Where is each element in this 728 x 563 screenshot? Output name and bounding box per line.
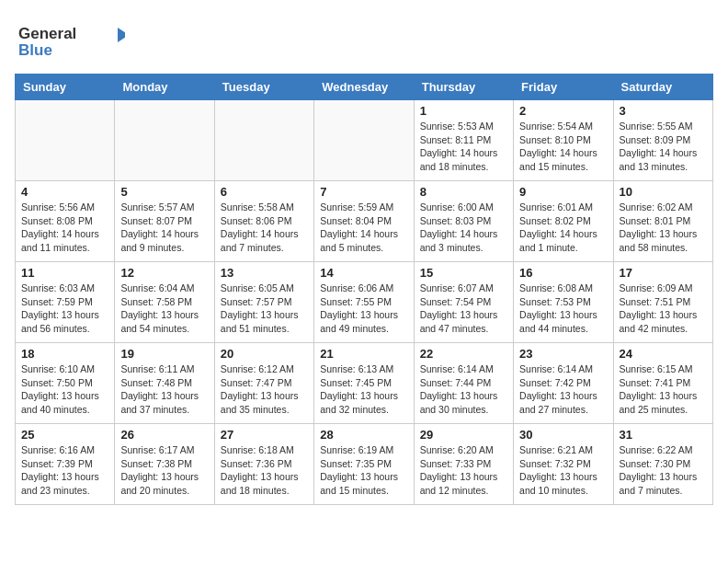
- calendar-cell: 19Sunrise: 6:11 AM Sunset: 7:48 PM Dayli…: [115, 343, 214, 424]
- day-info: Sunrise: 6:13 AM Sunset: 7:45 PM Dayligh…: [320, 362, 407, 417]
- day-info: Sunrise: 6:15 AM Sunset: 7:41 PM Dayligh…: [620, 362, 707, 417]
- calendar-cell: 16Sunrise: 6:08 AM Sunset: 7:53 PM Dayli…: [514, 262, 613, 343]
- calendar-week-4: 18Sunrise: 6:10 AM Sunset: 7:50 PM Dayli…: [16, 343, 713, 424]
- day-number: 14: [320, 266, 407, 280]
- day-info: Sunrise: 6:14 AM Sunset: 7:42 PM Dayligh…: [519, 362, 607, 417]
- day-info: Sunrise: 6:03 AM Sunset: 7:59 PM Dayligh…: [21, 282, 108, 336]
- calendar-cell: 12Sunrise: 6:04 AM Sunset: 7:58 PM Dayli…: [115, 262, 214, 343]
- calendar-cell: 20Sunrise: 6:12 AM Sunset: 7:47 PM Dayli…: [214, 343, 313, 424]
- day-info: Sunrise: 5:55 AM Sunset: 8:09 PM Dayligh…: [620, 120, 707, 174]
- day-info: Sunrise: 6:21 AM Sunset: 7:32 PM Dayligh…: [519, 443, 607, 498]
- day-header-sunday: Sunday: [16, 75, 115, 100]
- calendar-cell: 18Sunrise: 6:10 AM Sunset: 7:50 PM Dayli…: [16, 343, 115, 424]
- day-info: Sunrise: 6:22 AM Sunset: 7:30 PM Dayligh…: [620, 443, 707, 498]
- calendar-cell: 17Sunrise: 6:09 AM Sunset: 7:51 PM Dayli…: [613, 262, 712, 343]
- day-info: Sunrise: 6:04 AM Sunset: 7:58 PM Dayligh…: [120, 282, 208, 336]
- day-info: Sunrise: 5:54 AM Sunset: 8:10 PM Dayligh…: [519, 120, 607, 174]
- calendar-cell: [214, 100, 313, 181]
- calendar-cell: 26Sunrise: 6:17 AM Sunset: 7:38 PM Dayli…: [115, 424, 214, 505]
- calendar-cell: 1Sunrise: 5:53 AM Sunset: 8:11 PM Daylig…: [414, 100, 513, 181]
- day-info: Sunrise: 5:56 AM Sunset: 8:08 PM Dayligh…: [21, 201, 108, 255]
- calendar-cell: 24Sunrise: 6:15 AM Sunset: 7:41 PM Dayli…: [613, 343, 712, 424]
- day-number: 7: [320, 185, 407, 199]
- calendar-cell: 25Sunrise: 6:16 AM Sunset: 7:39 PM Dayli…: [16, 424, 115, 505]
- day-number: 20: [221, 347, 308, 361]
- day-header-saturday: Saturday: [613, 75, 712, 100]
- day-info: Sunrise: 6:06 AM Sunset: 7:55 PM Dayligh…: [320, 282, 407, 336]
- day-number: 26: [120, 428, 208, 442]
- calendar-week-1: 1Sunrise: 5:53 AM Sunset: 8:11 PM Daylig…: [16, 100, 713, 181]
- day-number: 15: [420, 266, 507, 280]
- calendar-week-3: 11Sunrise: 6:03 AM Sunset: 7:59 PM Dayli…: [16, 262, 713, 343]
- day-number: 12: [120, 266, 208, 280]
- day-number: 11: [21, 266, 108, 280]
- calendar-cell: [314, 100, 414, 181]
- calendar-cell: 27Sunrise: 6:18 AM Sunset: 7:36 PM Dayli…: [214, 424, 313, 505]
- day-number: 13: [221, 266, 308, 280]
- day-header-monday: Monday: [115, 75, 214, 100]
- calendar-cell: 30Sunrise: 6:21 AM Sunset: 7:32 PM Dayli…: [514, 424, 613, 505]
- day-number: 10: [620, 185, 707, 199]
- days-header-row: SundayMondayTuesdayWednesdayThursdayFrid…: [16, 75, 713, 100]
- calendar-cell: 8Sunrise: 6:00 AM Sunset: 8:03 PM Daylig…: [414, 181, 513, 262]
- day-number: 24: [620, 347, 707, 361]
- day-number: 22: [420, 347, 507, 361]
- day-number: 31: [620, 428, 707, 442]
- calendar-week-2: 4Sunrise: 5:56 AM Sunset: 8:08 PM Daylig…: [16, 181, 713, 262]
- calendar-cell: 23Sunrise: 6:14 AM Sunset: 7:42 PM Dayli…: [514, 343, 613, 424]
- calendar-cell: 7Sunrise: 5:59 AM Sunset: 8:04 PM Daylig…: [314, 181, 414, 262]
- calendar-cell: 5Sunrise: 5:57 AM Sunset: 8:07 PM Daylig…: [115, 181, 214, 262]
- day-number: 25: [21, 428, 108, 442]
- logo: General Blue: [15, 18, 125, 66]
- day-info: Sunrise: 6:14 AM Sunset: 7:44 PM Dayligh…: [420, 362, 507, 417]
- day-number: 9: [519, 185, 607, 199]
- day-info: Sunrise: 6:09 AM Sunset: 7:51 PM Dayligh…: [620, 282, 707, 336]
- day-number: 29: [420, 428, 507, 442]
- day-number: 21: [320, 347, 407, 361]
- calendar-week-5: 25Sunrise: 6:16 AM Sunset: 7:39 PM Dayli…: [16, 424, 713, 505]
- calendar-cell: [115, 100, 214, 181]
- day-number: 6: [221, 185, 308, 199]
- day-info: Sunrise: 5:53 AM Sunset: 8:11 PM Dayligh…: [420, 120, 507, 174]
- calendar-cell: 4Sunrise: 5:56 AM Sunset: 8:08 PM Daylig…: [16, 181, 115, 262]
- calendar-table: SundayMondayTuesdayWednesdayThursdayFrid…: [15, 74, 713, 505]
- calendar-cell: 31Sunrise: 6:22 AM Sunset: 7:30 PM Dayli…: [613, 424, 712, 505]
- day-number: 28: [320, 428, 407, 442]
- day-number: 17: [620, 266, 707, 280]
- day-info: Sunrise: 6:02 AM Sunset: 8:01 PM Dayligh…: [620, 201, 707, 255]
- day-number: 23: [519, 347, 607, 361]
- day-info: Sunrise: 6:16 AM Sunset: 7:39 PM Dayligh…: [21, 443, 108, 498]
- day-info: Sunrise: 6:20 AM Sunset: 7:33 PM Dayligh…: [420, 443, 507, 498]
- day-info: Sunrise: 6:10 AM Sunset: 7:50 PM Dayligh…: [21, 362, 108, 417]
- logo-svg: General Blue: [15, 18, 125, 63]
- day-number: 2: [519, 104, 607, 118]
- calendar-cell: 21Sunrise: 6:13 AM Sunset: 7:45 PM Dayli…: [314, 343, 414, 424]
- day-number: 16: [519, 266, 607, 280]
- day-info: Sunrise: 6:17 AM Sunset: 7:38 PM Dayligh…: [120, 443, 208, 498]
- calendar-cell: 14Sunrise: 6:06 AM Sunset: 7:55 PM Dayli…: [314, 262, 414, 343]
- calendar-cell: 22Sunrise: 6:14 AM Sunset: 7:44 PM Dayli…: [414, 343, 513, 424]
- day-info: Sunrise: 6:01 AM Sunset: 8:02 PM Dayligh…: [519, 201, 607, 255]
- day-info: Sunrise: 6:19 AM Sunset: 7:35 PM Dayligh…: [320, 443, 407, 498]
- day-info: Sunrise: 6:08 AM Sunset: 7:53 PM Dayligh…: [519, 282, 607, 336]
- calendar-cell: [16, 100, 115, 181]
- day-number: 8: [420, 185, 507, 199]
- day-info: Sunrise: 6:00 AM Sunset: 8:03 PM Dayligh…: [420, 201, 507, 255]
- day-info: Sunrise: 5:57 AM Sunset: 8:07 PM Dayligh…: [120, 201, 208, 255]
- day-header-friday: Friday: [514, 75, 613, 100]
- calendar-cell: 13Sunrise: 6:05 AM Sunset: 7:57 PM Dayli…: [214, 262, 313, 343]
- calendar-cell: 9Sunrise: 6:01 AM Sunset: 8:02 PM Daylig…: [514, 181, 613, 262]
- day-info: Sunrise: 6:11 AM Sunset: 7:48 PM Dayligh…: [120, 362, 208, 417]
- calendar-cell: 6Sunrise: 5:58 AM Sunset: 8:06 PM Daylig…: [214, 181, 313, 262]
- day-number: 27: [221, 428, 308, 442]
- day-info: Sunrise: 6:07 AM Sunset: 7:54 PM Dayligh…: [420, 282, 507, 336]
- svg-text:General: General: [18, 25, 76, 42]
- calendar-cell: 3Sunrise: 5:55 AM Sunset: 8:09 PM Daylig…: [613, 100, 712, 181]
- day-header-tuesday: Tuesday: [214, 75, 313, 100]
- day-number: 19: [120, 347, 208, 361]
- day-header-wednesday: Wednesday: [314, 75, 414, 100]
- day-info: Sunrise: 6:18 AM Sunset: 7:36 PM Dayligh…: [221, 443, 308, 498]
- calendar-cell: 28Sunrise: 6:19 AM Sunset: 7:35 PM Dayli…: [314, 424, 414, 505]
- day-info: Sunrise: 6:12 AM Sunset: 7:47 PM Dayligh…: [221, 362, 308, 417]
- calendar-cell: 15Sunrise: 6:07 AM Sunset: 7:54 PM Dayli…: [414, 262, 513, 343]
